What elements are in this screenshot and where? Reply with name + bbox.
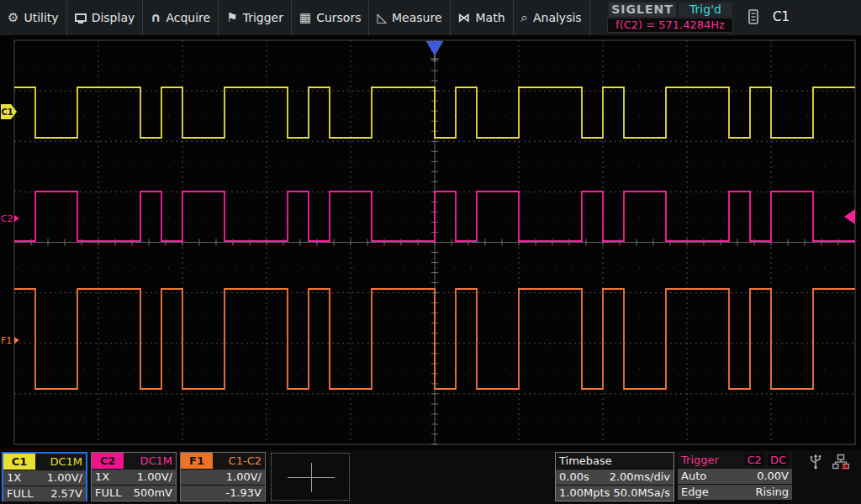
menu-measure[interactable]: ◺ Measure (369, 0, 450, 35)
channel-box-c2[interactable]: C2 DC1M 1X 1.00V/ FULL 500mV (91, 452, 177, 501)
lan-disconnected-icon[interactable]: ✕ (832, 454, 849, 474)
trace-c1 (14, 87, 855, 138)
menu-acquire-label: Acquire (166, 11, 210, 24)
menu-math[interactable]: ⋈ Math (451, 0, 514, 35)
menu-measure-label: Measure (392, 11, 442, 24)
timebase-delay: 0.00s (556, 470, 605, 485)
magnet-icon: ∩ (151, 12, 161, 24)
timebase-samplerate: 50.0MSa/s (610, 486, 673, 501)
menu-trigger-label: Trigger (243, 11, 283, 24)
trigger-box[interactable]: Trigger C2 DC Auto 0.00V Edge Rising (678, 452, 792, 501)
math-icon: ⋈ (458, 12, 471, 24)
crosshair-icon-vertical (311, 463, 312, 492)
c1-probe: 1X (3, 470, 39, 486)
menu-acquire[interactable]: ∩ Acquire (143, 0, 219, 35)
menu-analysis-label: Analysis (533, 11, 582, 24)
c1-scale: 1.00V/ (39, 470, 87, 486)
oscilloscope-screen: ⚙ Utility Display ∩ Acquire ⚑ Trigger ▦ … (0, 0, 861, 504)
empty-channel-slot[interactable] (271, 453, 350, 501)
grid-icon: ▦ (299, 12, 311, 24)
c2-bandwidth: FULL (92, 486, 127, 501)
c2-scale: 1.00V/ (127, 470, 176, 485)
c1-bandwidth: FULL (3, 486, 39, 501)
trace-f1 (14, 289, 855, 389)
c2-probe: 1X (92, 470, 127, 485)
svg-text:✕: ✕ (840, 460, 849, 471)
menu-cursors[interactable]: ▦ Cursors (292, 0, 370, 35)
trigger-position-marker[interactable] (426, 41, 443, 55)
trigger-mode: Auto (678, 469, 726, 484)
setsquare-icon: ◺ (377, 12, 387, 24)
channel-box-f1[interactable]: F1 C1-C2 1.00V/ -1.93V (180, 452, 266, 501)
c2-coupling: DC1M (124, 453, 176, 469)
channel-marker-arrow-f1 (14, 337, 19, 344)
trigger-coupling-badge: DC (768, 454, 789, 466)
trigger-level: 0.00V (726, 469, 792, 484)
timebase-memory: 1.00Mpts (556, 486, 610, 501)
flag-icon: ⚑ (226, 12, 237, 24)
scope-graticule-svg: C1C2F1 (0, 35, 861, 450)
siglent-logo: SIGLENT (609, 3, 676, 17)
menu-cursors-label: Cursors (316, 11, 361, 24)
f1-scale: 1.00V/ (216, 470, 265, 485)
channel-marker-arrow-c2 (14, 215, 19, 222)
c2-badge: C2 (92, 453, 124, 469)
frequency-counter-readout: f(C2) = 571.4284Hz (607, 18, 733, 33)
bottom-status-bar: C1 DC1M 1X 1.00V/ FULL 2.57V C2 DC1M 1X … (0, 450, 861, 504)
menu-utility[interactable]: ⚙ Utility (0, 0, 67, 35)
trigger-level-marker[interactable] (844, 209, 855, 224)
f1-source-expression: C1-C2 (213, 453, 265, 469)
c1-badge: C1 (3, 454, 35, 470)
channel-box-c1[interactable]: C1 DC1M 1X 1.00V/ FULL 2.57V (2, 452, 87, 501)
menu-display[interactable]: Display (67, 0, 144, 35)
channel-marker-f1[interactable]: F1 (1, 335, 12, 346)
trigger-slope: Rising (726, 485, 792, 500)
menu-utility-label: Utility (24, 11, 58, 24)
trace-c2 (14, 192, 855, 241)
timebase-box[interactable]: Timebase 0.00s 2.00ms/div 1.00Mpts 50.0M… (555, 452, 674, 501)
trigger-title: Trigger (681, 452, 719, 468)
timebase-title: Timebase (559, 453, 612, 469)
channel-marker-c2[interactable]: C2 (1, 213, 13, 224)
usb-icon[interactable] (809, 454, 822, 474)
c1-coupling: DC1M (35, 454, 86, 470)
menu-display-label: Display (92, 11, 135, 24)
main-menu: ⚙ Utility Display ∩ Acquire ⚑ Trigger ▦ … (0, 0, 590, 35)
f1-badge: F1 (181, 453, 213, 469)
notes-icon[interactable] (747, 8, 759, 29)
channel-marker-label-c1: C1 (2, 108, 13, 117)
system-status-icons: ✕ (809, 454, 849, 474)
trigger-source-badge: C2 (745, 454, 764, 466)
f1-offset: -1.93V (216, 486, 265, 501)
trigger-type: Edge (678, 485, 726, 500)
timebase-scale: 2.00ms/div (605, 470, 673, 485)
menu-analysis[interactable]: ⌕ Analysis (514, 0, 590, 35)
top-menu-bar: ⚙ Utility Display ∩ Acquire ⚑ Trigger ▦ … (0, 0, 861, 35)
menu-trigger[interactable]: ⚑ Trigger (219, 0, 292, 35)
top-right-status: SIGLENT Trig'd f(C2) = 571.4284Hz C1 (600, 0, 861, 35)
waveform-display[interactable]: C1C2F1 (0, 35, 861, 450)
gear-icon: ⚙ (8, 12, 18, 24)
trigger-status-badge: Trig'd (679, 3, 732, 17)
c2-offset: 500mV (127, 486, 176, 501)
active-channel-indicator[interactable]: C1 (773, 9, 790, 24)
menu-math-label: Math (476, 11, 505, 24)
monitor-icon (75, 13, 87, 22)
f1-probe (181, 470, 216, 485)
c1-offset: 2.57V (39, 486, 87, 501)
f1-bandwidth (181, 486, 216, 501)
magnifier-icon: ⌕ (521, 12, 528, 24)
